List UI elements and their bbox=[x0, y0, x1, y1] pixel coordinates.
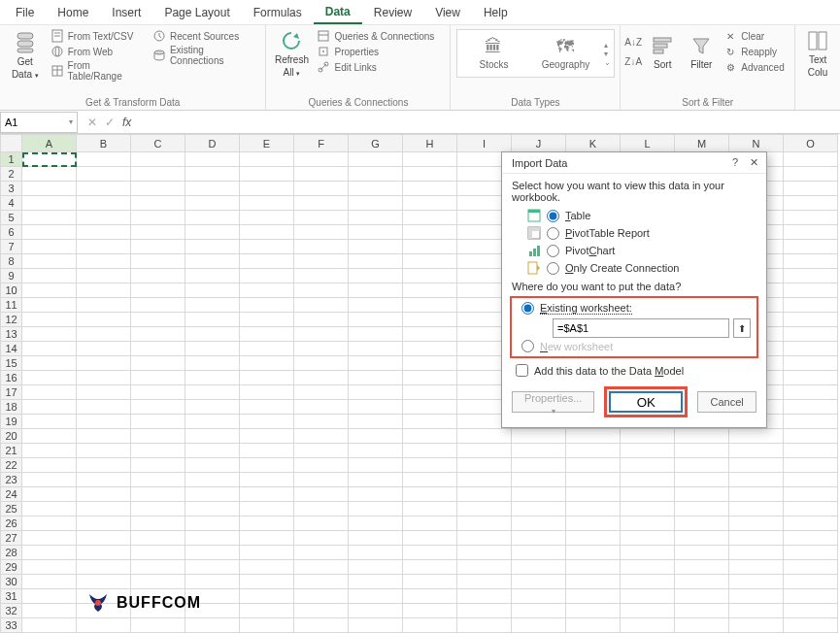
cell[interactable] bbox=[729, 618, 784, 633]
cell[interactable] bbox=[349, 152, 403, 167]
cell[interactable] bbox=[784, 531, 838, 546]
cell[interactable] bbox=[784, 487, 838, 502]
cell[interactable] bbox=[131, 487, 185, 502]
cell[interactable] bbox=[294, 356, 349, 371]
cell[interactable] bbox=[294, 502, 349, 516]
cell[interactable] bbox=[403, 502, 457, 516]
menu-review[interactable]: Review bbox=[362, 2, 423, 23]
cell[interactable] bbox=[784, 283, 838, 298]
cell[interactable] bbox=[457, 444, 512, 458]
row-header[interactable]: 28 bbox=[1, 546, 22, 560]
cell[interactable] bbox=[131, 240, 185, 254]
cell[interactable] bbox=[131, 516, 185, 531]
cell[interactable] bbox=[131, 313, 185, 327]
cell[interactable] bbox=[566, 502, 621, 516]
cell[interactable] bbox=[77, 560, 131, 575]
cell[interactable] bbox=[240, 618, 294, 633]
cell[interactable] bbox=[22, 167, 77, 182]
cell[interactable] bbox=[457, 473, 512, 487]
cell[interactable] bbox=[566, 604, 621, 618]
cell[interactable] bbox=[457, 560, 512, 575]
cell[interactable] bbox=[77, 298, 131, 313]
dialog-help-icon[interactable]: ? bbox=[732, 156, 738, 169]
row-header[interactable]: 19 bbox=[1, 415, 22, 429]
cell[interactable] bbox=[512, 604, 566, 618]
row-header[interactable]: 5 bbox=[1, 211, 22, 225]
cell[interactable] bbox=[22, 531, 77, 546]
cell[interactable] bbox=[240, 371, 294, 385]
row-header[interactable]: 12 bbox=[1, 313, 22, 327]
cell[interactable] bbox=[784, 182, 838, 196]
cell[interactable] bbox=[784, 589, 838, 604]
cell[interactable] bbox=[784, 211, 838, 225]
cell[interactable] bbox=[621, 473, 675, 487]
row-header[interactable]: 13 bbox=[1, 327, 22, 342]
name-box[interactable]: A1 ▾ bbox=[0, 112, 78, 133]
cell[interactable] bbox=[512, 618, 566, 633]
cell[interactable] bbox=[512, 444, 566, 458]
cell[interactable] bbox=[512, 589, 566, 604]
column-header[interactable]: B bbox=[77, 135, 131, 152]
cell[interactable] bbox=[457, 458, 512, 473]
cell[interactable] bbox=[240, 487, 294, 502]
cell[interactable] bbox=[675, 531, 729, 546]
destination-input[interactable] bbox=[553, 318, 729, 338]
column-header[interactable]: I bbox=[457, 135, 512, 152]
cell[interactable] bbox=[77, 400, 131, 415]
cell[interactable] bbox=[729, 458, 784, 473]
existing-connections-button[interactable]: Existing Connections bbox=[152, 45, 260, 66]
cell[interactable] bbox=[566, 560, 621, 575]
cell[interactable] bbox=[22, 502, 77, 516]
radio-table[interactable] bbox=[547, 210, 559, 222]
row-header[interactable]: 25 bbox=[1, 502, 22, 516]
cell[interactable] bbox=[131, 167, 185, 182]
add-to-data-model[interactable]: Add this data to the Data Model bbox=[512, 360, 756, 383]
cell[interactable] bbox=[457, 546, 512, 560]
cell[interactable] bbox=[185, 152, 240, 167]
cell[interactable] bbox=[22, 589, 77, 604]
option-only-connection[interactable]: Only Create Connection bbox=[512, 259, 756, 277]
cell[interactable] bbox=[784, 327, 838, 342]
cell[interactable] bbox=[403, 415, 457, 429]
cell[interactable] bbox=[403, 618, 457, 633]
cell[interactable] bbox=[294, 269, 349, 283]
cell[interactable] bbox=[349, 327, 403, 342]
reapply-button[interactable]: ↻Reapply bbox=[723, 45, 784, 58]
row-header[interactable]: 20 bbox=[1, 429, 22, 444]
column-header[interactable]: K bbox=[566, 135, 621, 152]
cell[interactable] bbox=[77, 211, 131, 225]
cell[interactable] bbox=[403, 211, 457, 225]
cell[interactable] bbox=[403, 342, 457, 356]
cell[interactable] bbox=[294, 487, 349, 502]
cell[interactable] bbox=[22, 458, 77, 473]
cell[interactable] bbox=[131, 385, 185, 400]
cell[interactable] bbox=[240, 458, 294, 473]
cell[interactable] bbox=[77, 283, 131, 298]
cell[interactable] bbox=[349, 283, 403, 298]
cell[interactable] bbox=[566, 589, 621, 604]
menu-data[interactable]: Data bbox=[314, 1, 362, 24]
cell[interactable] bbox=[185, 283, 240, 298]
row-header[interactable]: 2 bbox=[1, 167, 22, 182]
cell[interactable] bbox=[240, 240, 294, 254]
cell[interactable] bbox=[77, 196, 131, 211]
cell[interactable] bbox=[294, 196, 349, 211]
cell[interactable] bbox=[784, 298, 838, 313]
cell[interactable] bbox=[294, 327, 349, 342]
cell[interactable] bbox=[349, 604, 403, 618]
cell[interactable] bbox=[784, 604, 838, 618]
cell[interactable] bbox=[784, 516, 838, 531]
from-text-csv-button[interactable]: From Text/CSV bbox=[50, 29, 147, 43]
cell[interactable] bbox=[512, 516, 566, 531]
column-header[interactable]: L bbox=[621, 135, 675, 152]
cell[interactable] bbox=[457, 589, 512, 604]
cell[interactable] bbox=[240, 196, 294, 211]
cell[interactable] bbox=[131, 371, 185, 385]
cell[interactable] bbox=[403, 225, 457, 240]
cell[interactable] bbox=[512, 575, 566, 589]
row-header[interactable]: 27 bbox=[1, 531, 22, 546]
cell[interactable] bbox=[403, 240, 457, 254]
dialog-close-icon[interactable]: ✕ bbox=[750, 156, 758, 169]
cell[interactable] bbox=[131, 400, 185, 415]
cell[interactable] bbox=[621, 444, 675, 458]
